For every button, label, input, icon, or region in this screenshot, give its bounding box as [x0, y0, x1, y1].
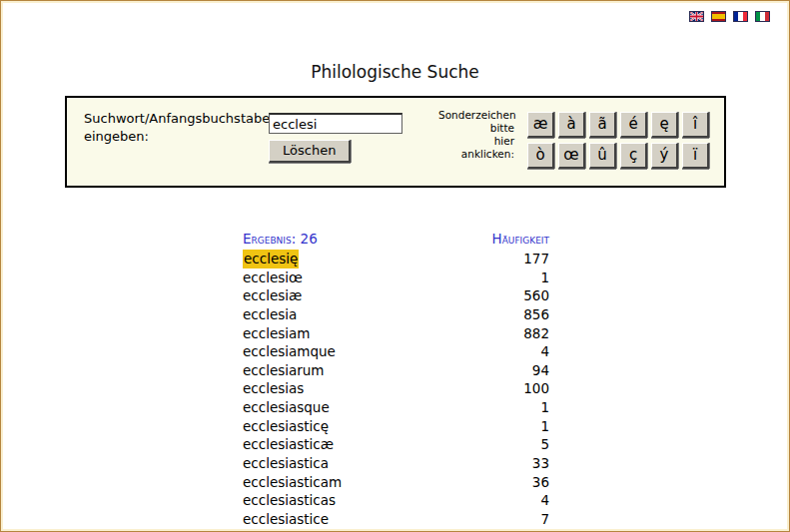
- special-chars-hint-line: anklicken:: [438, 148, 514, 161]
- results-rows: ecclesię177ecclesiœ1ecclesiæ560ecclesia8…: [243, 250, 549, 529]
- result-row: ecclesiastice7: [243, 510, 549, 529]
- result-frequency: 5: [540, 435, 549, 454]
- flag-italy-icon[interactable]: [755, 11, 770, 22]
- result-row: ecclesiamque4: [243, 342, 549, 361]
- result-frequency: 882: [523, 324, 549, 343]
- special-char-button-à[interactable]: à: [558, 112, 585, 138]
- frequency-header: Häufigkeit: [492, 231, 549, 250]
- results-header: Ergebnis: 26 Häufigkeit: [243, 231, 549, 250]
- special-char-button-î[interactable]: î: [682, 112, 709, 138]
- special-char-button-ç[interactable]: ç: [620, 143, 647, 169]
- result-frequency: 1: [540, 398, 549, 417]
- special-char-button-ę[interactable]: ę: [651, 112, 678, 138]
- result-word[interactable]: ecclesiasticæ: [243, 435, 334, 454]
- result-frequency: 36: [532, 473, 549, 492]
- search-input[interactable]: [269, 113, 402, 134]
- search-label-line2: eingeben:: [84, 128, 278, 146]
- special-chars-hint-line: Sonderzeichen: [438, 109, 514, 122]
- result-row: ecclesiasticæ5: [243, 435, 549, 454]
- result-word[interactable]: ecclesia: [243, 305, 297, 324]
- result-frequency: 7: [540, 510, 549, 529]
- special-char-button-ò[interactable]: ò: [527, 143, 554, 169]
- result-row: ecclesias100: [243, 379, 549, 398]
- result-word[interactable]: ecclesiæ: [243, 286, 302, 305]
- special-char-button-û[interactable]: û: [589, 143, 616, 169]
- result-row: ecclesiæ560: [243, 286, 549, 305]
- result-word[interactable]: ecclesiasticę: [243, 417, 329, 436]
- result-word[interactable]: ecclesiarum: [243, 361, 325, 380]
- result-word[interactable]: ecclesiasque: [243, 398, 330, 417]
- result-frequency: 100: [523, 379, 549, 398]
- special-char-button-ã[interactable]: ã: [589, 112, 616, 138]
- result-frequency: 4: [540, 342, 549, 361]
- result-row: ecclesiasticas4: [243, 491, 549, 510]
- special-chars-hint: Sonderzeichen bitte hier anklicken:: [438, 109, 514, 161]
- language-selector: [689, 11, 770, 22]
- result-word[interactable]: ecclesiastica: [243, 454, 329, 473]
- result-word[interactable]: ecclesiœ: [243, 268, 303, 287]
- result-row: ecclesia856: [243, 305, 549, 324]
- result-frequency: 856: [523, 305, 549, 324]
- page-title: Philologische Suche: [0, 62, 790, 82]
- results-section: Ergebnis: 26 Häufigkeit ecclesię177eccle…: [243, 231, 549, 529]
- flag-france-icon[interactable]: [733, 11, 748, 22]
- result-row: ecclesiasque1: [243, 398, 549, 417]
- result-row: ecclesię177: [243, 250, 549, 268]
- result-frequency: 177: [523, 250, 549, 268]
- search-label: Suchwort/Anfangsbuchstaben eingeben:: [84, 110, 278, 145]
- result-row: ecclesiasticam36: [243, 473, 549, 492]
- special-char-button-æ[interactable]: æ: [527, 112, 554, 138]
- special-char-button-ý[interactable]: ý: [651, 143, 678, 169]
- result-word[interactable]: ecclesiam: [243, 324, 310, 343]
- result-word[interactable]: ecclesiasticas: [243, 491, 336, 510]
- result-word[interactable]: ecclesiamque: [243, 342, 336, 361]
- result-word[interactable]: ecclesiastice: [243, 510, 329, 529]
- result-word-highlighted[interactable]: ecclesię: [243, 250, 299, 268]
- result-row: ecclesiarum94: [243, 361, 549, 380]
- result-frequency: 33: [532, 454, 549, 473]
- search-form: Suchwort/Anfangsbuchstaben eingeben: Lös…: [65, 96, 726, 188]
- result-frequency: 560: [523, 286, 549, 305]
- result-count-header: Ergebnis: 26: [243, 231, 318, 250]
- result-frequency: 94: [532, 361, 549, 380]
- special-chars-hint-line: bitte: [438, 122, 514, 135]
- flag-spain-icon[interactable]: [711, 11, 726, 22]
- result-frequency: 1: [540, 417, 549, 436]
- special-chars-hint-line: hier: [438, 135, 514, 148]
- result-row: ecclesiam882: [243, 324, 549, 343]
- result-frequency: 4: [540, 491, 549, 510]
- result-word[interactable]: ecclesias: [243, 379, 304, 398]
- flag-uk-icon[interactable]: [689, 11, 704, 22]
- clear-button[interactable]: Löschen: [269, 140, 351, 163]
- special-char-button-ï[interactable]: ï: [682, 143, 709, 169]
- special-char-button-é[interactable]: é: [620, 112, 647, 138]
- result-word[interactable]: ecclesiasticam: [243, 473, 342, 492]
- search-label-line1: Suchwort/Anfangsbuchstaben: [84, 110, 278, 128]
- special-char-button-œ[interactable]: œ: [558, 143, 585, 169]
- result-frequency: 1: [540, 268, 549, 287]
- special-chars-grid: æàãéęîòœûçýï: [527, 112, 709, 169]
- result-row: ecclesiœ1: [243, 268, 549, 287]
- result-row: ecclesiasticę1: [243, 417, 549, 436]
- result-row: ecclesiastica33: [243, 454, 549, 473]
